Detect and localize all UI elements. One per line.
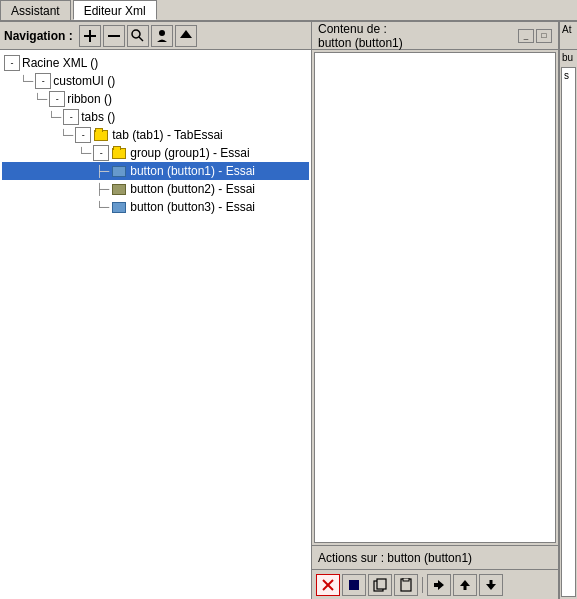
node-label-ribbon: ribbon ()	[67, 92, 112, 106]
connector-tabs: └─	[48, 111, 61, 124]
actions-bar: Actions sur : button (button1)	[312, 545, 558, 569]
tree-item-tabs[interactable]: └─ - tabs ()	[2, 108, 309, 126]
far-right-at: At	[560, 22, 573, 37]
folder-icon-tab1	[93, 127, 109, 143]
tree-item-racine[interactable]: - Racine XML ()	[2, 54, 309, 72]
minus-icon	[106, 28, 122, 44]
action-back-button[interactable]	[427, 574, 451, 596]
connector-ribbon: └─	[34, 93, 47, 106]
svg-line-4	[139, 37, 143, 41]
up-button[interactable]	[175, 25, 197, 47]
up-arrow-icon	[458, 578, 472, 592]
far-right-bu: bu	[560, 50, 577, 65]
svg-rect-1	[84, 35, 96, 37]
stop-icon	[347, 578, 361, 592]
tree-item-ribbon[interactable]: └─ - ribbon ()	[2, 90, 309, 108]
node-label-racine: Racine XML ()	[22, 56, 98, 70]
person-icon	[154, 28, 170, 44]
connector-group1: └─	[78, 147, 91, 160]
svg-rect-13	[403, 578, 409, 581]
tree-item-button3[interactable]: └─ button (button3) - Essai	[2, 198, 309, 216]
connector-customui: └─	[20, 75, 33, 88]
button-icon-button1	[111, 163, 127, 179]
expand-icon-racine[interactable]: -	[4, 55, 20, 71]
content-area	[314, 52, 556, 543]
tab-editeur-xml[interactable]: Editeur Xml	[73, 0, 157, 20]
main-layout: Navigation :	[0, 22, 577, 599]
node-label-group1: group (group1) - Essai	[130, 146, 249, 160]
up-icon	[178, 28, 194, 44]
copy-icon	[373, 578, 387, 592]
action-up-button[interactable]	[453, 574, 477, 596]
filter-button[interactable]	[151, 25, 173, 47]
content-header: Contenu de : button (button1) _ □	[312, 22, 558, 50]
content-header-title: Contenu de :	[318, 22, 403, 36]
button-icon-button2	[111, 181, 127, 197]
svg-marker-14	[434, 580, 444, 590]
far-right-panel: At bu s	[559, 22, 577, 599]
action-down-button[interactable]	[479, 574, 503, 596]
tab-assistant[interactable]: Assistant	[0, 0, 71, 20]
add-icon	[82, 28, 98, 44]
expand-icon-customui[interactable]: -	[35, 73, 51, 89]
add-button[interactable]	[79, 25, 101, 47]
node-label-button1: button (button1) - Essai	[130, 164, 255, 178]
separator1	[422, 577, 423, 593]
expand-icon-tab1[interactable]: -	[75, 127, 91, 143]
svg-marker-6	[180, 30, 192, 38]
connector-button3: └─	[96, 201, 109, 214]
maximize-button[interactable]: □	[536, 29, 552, 43]
back-icon	[432, 578, 446, 592]
action-stop-button[interactable]	[342, 574, 366, 596]
button-icon-button3	[111, 199, 127, 215]
left-panel: Navigation :	[0, 22, 312, 599]
node-label-tabs: tabs ()	[81, 110, 115, 124]
connector-button2: ├─	[96, 183, 109, 196]
paste-icon	[399, 578, 413, 592]
svg-marker-17	[486, 584, 496, 590]
svg-point-3	[132, 30, 140, 38]
far-right-header: At	[560, 22, 577, 50]
folder-icon-group1	[111, 145, 127, 161]
tab-bar: Assistant Editeur Xml	[0, 0, 577, 22]
tree-item-group1[interactable]: └─ - group (group1) - Essai	[2, 144, 309, 162]
svg-rect-16	[464, 586, 467, 590]
svg-point-5	[159, 30, 165, 36]
search-icon	[130, 28, 146, 44]
action-paste-button[interactable]	[394, 574, 418, 596]
svg-marker-15	[460, 580, 470, 586]
tree-item-customui[interactable]: └─ - customUI ()	[2, 72, 309, 90]
tree-area: - Racine XML () └─ - customUI () └─ - ri…	[0, 50, 311, 599]
node-label-button2: button (button2) - Essai	[130, 182, 255, 196]
connector-tab1: └─	[60, 129, 73, 142]
actions-label: Actions sur : button (button1)	[318, 551, 472, 565]
nav-label: Navigation :	[4, 29, 73, 43]
node-label-button3: button (button3) - Essai	[130, 200, 255, 214]
action-copy-button[interactable]	[368, 574, 392, 596]
node-label-tab1: tab (tab1) - TabEssai	[112, 128, 223, 142]
right-panel: Contenu de : button (button1) _ □ Action…	[312, 22, 559, 599]
action-buttons-bar	[312, 569, 558, 599]
svg-rect-2	[108, 35, 120, 37]
expand-icon-group1[interactable]: -	[93, 145, 109, 161]
tree-item-button1[interactable]: ├─ button (button1) - Essai	[2, 162, 309, 180]
tree-item-tab1[interactable]: └─ - tab (tab1) - TabEssai	[2, 126, 309, 144]
down-arrow-icon	[484, 578, 498, 592]
node-label-customui: customUI ()	[53, 74, 115, 88]
nav-toolbar: Navigation :	[0, 22, 311, 50]
svg-rect-18	[490, 580, 493, 584]
svg-rect-9	[349, 580, 359, 590]
delete-button[interactable]	[103, 25, 125, 47]
svg-rect-11	[377, 579, 386, 589]
connector-button1: ├─	[96, 165, 109, 178]
delete-red-icon	[321, 578, 335, 592]
content-sub-header: button (button1)	[318, 36, 403, 50]
far-right-content: s	[561, 67, 576, 597]
search-button[interactable]	[127, 25, 149, 47]
action-delete-button[interactable]	[316, 574, 340, 596]
expand-icon-ribbon[interactable]: -	[49, 91, 65, 107]
expand-icon-tabs[interactable]: -	[63, 109, 79, 125]
far-right-s: s	[562, 68, 575, 83]
minimize-button[interactable]: _	[518, 29, 534, 43]
tree-item-button2[interactable]: ├─ button (button2) - Essai	[2, 180, 309, 198]
